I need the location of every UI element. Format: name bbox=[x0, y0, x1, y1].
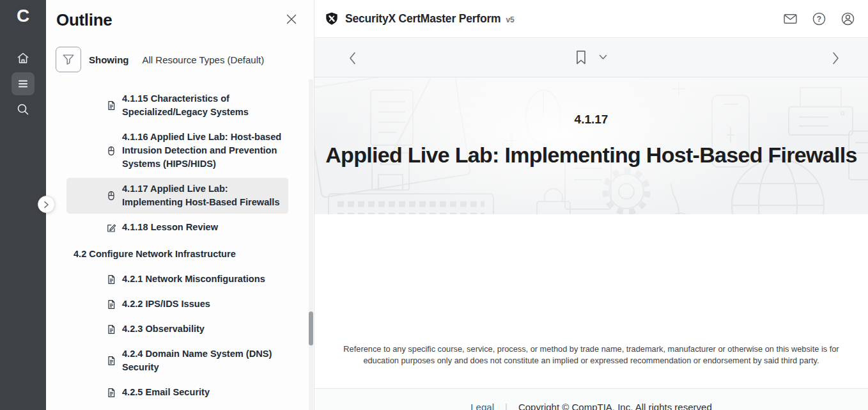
panel-title: Outline bbox=[56, 10, 112, 30]
outline-item[interactable]: 4.2.5 Email Security bbox=[66, 381, 288, 404]
outline-item-current[interactable]: 4.1.17 Applied Live Lab: Implementing Ho… bbox=[66, 178, 288, 214]
copyright-text: Copyright © CompTIA, Inc. All rights res… bbox=[518, 402, 712, 410]
search-icon bbox=[15, 102, 31, 117]
app-header: SecurityX CertMaster Perform v5 ? bbox=[314, 0, 868, 38]
sidebar-scrollbar[interactable] bbox=[309, 79, 313, 410]
outline-item-label: 4.2.2 IPS/IDS Issues bbox=[122, 297, 210, 311]
sidebar-collapse-button[interactable] bbox=[38, 196, 55, 213]
chevron-right-icon bbox=[832, 51, 840, 65]
help-button[interactable]: ? bbox=[810, 10, 827, 27]
lesson-number: 4.1.17 bbox=[314, 113, 868, 127]
outline-item[interactable]: 4.2.6 Cryptography Issues bbox=[66, 406, 288, 410]
filter-button[interactable] bbox=[56, 47, 81, 72]
svg-text:?: ? bbox=[816, 14, 821, 23]
lesson-nav-bar bbox=[314, 38, 868, 77]
mail-icon bbox=[782, 11, 798, 27]
app-root: C bbox=[0, 0, 868, 410]
outline-item[interactable]: 4.1.15 Characteristics of Specialized/Le… bbox=[66, 88, 288, 123]
header-actions: ? bbox=[782, 10, 856, 27]
footer-divider: | bbox=[505, 402, 508, 410]
comptia-logo: C bbox=[0, 6, 46, 26]
outline-item-label: 4.1.17 Applied Live Lab: Implementing Ho… bbox=[122, 182, 283, 209]
app-version-badge: v5 bbox=[506, 15, 514, 24]
app-title: SecurityX CertMaster Perform bbox=[345, 12, 500, 26]
rail-nav bbox=[12, 47, 35, 121]
document-icon bbox=[106, 388, 116, 398]
outline-header: Outline bbox=[46, 0, 314, 30]
outline-item-label: 4.1.16 Applied Live Lab: Host-based Intr… bbox=[122, 130, 283, 171]
mouse-icon bbox=[106, 146, 116, 156]
document-icon bbox=[106, 299, 116, 310]
bookmark-controls bbox=[575, 50, 607, 65]
outline-item[interactable]: 4.2.2 IPS/IDS Issues bbox=[66, 293, 288, 315]
filter-value: All Resource Types (Default) bbox=[143, 54, 265, 65]
messages-button[interactable] bbox=[782, 10, 798, 27]
footer-content: Legal | Copyright © CompTIA, Inc. All ri… bbox=[314, 389, 868, 410]
filter-row: Showing All Resource Types (Default) bbox=[56, 47, 314, 72]
outline-item-label: 4.2.1 Network Misconfigurations bbox=[122, 272, 265, 286]
account-button[interactable] bbox=[839, 10, 856, 27]
rail-home-button[interactable] bbox=[12, 47, 35, 70]
bookmark-icon bbox=[575, 50, 587, 65]
rail-outline-button[interactable] bbox=[12, 72, 35, 95]
menu-icon bbox=[15, 76, 31, 91]
chevron-left-icon bbox=[348, 51, 357, 65]
document-icon bbox=[106, 324, 116, 335]
chevron-down-icon bbox=[599, 54, 607, 60]
outline-item-label: 4.1.15 Characteristics of Specialized/Le… bbox=[122, 92, 283, 119]
outline-item[interactable]: 4.2.4 Domain Name System (DNS) Security bbox=[66, 343, 288, 379]
bookmark-menu-button[interactable] bbox=[599, 54, 607, 60]
account-icon bbox=[840, 11, 856, 27]
edit-icon bbox=[106, 223, 116, 233]
lesson-content: Reference to any specific course, servic… bbox=[314, 214, 868, 388]
legal-link[interactable]: Legal bbox=[470, 402, 494, 410]
previous-lesson-button[interactable] bbox=[346, 49, 359, 68]
document-icon bbox=[106, 274, 116, 285]
mouse-icon bbox=[106, 191, 116, 201]
close-icon bbox=[286, 13, 297, 25]
outline-item-label: 4.1.18 Lesson Review bbox=[122, 221, 218, 234]
next-lesson-button[interactable] bbox=[829, 49, 842, 68]
main-area: SecurityX CertMaster Perform v5 ? bbox=[314, 0, 868, 410]
help-icon: ? bbox=[811, 11, 827, 27]
outline-section-label: 4.2 Configure Network Infrastructure bbox=[74, 249, 236, 259]
document-icon bbox=[106, 356, 116, 366]
lesson-title: Applied Live Lab: Implementing Host-Base… bbox=[314, 143, 868, 168]
filter-funnel-icon bbox=[61, 52, 75, 67]
rail-search-button[interactable] bbox=[12, 98, 35, 121]
sidebar-scrollbar-thumb[interactable] bbox=[309, 311, 313, 345]
bookmark-button[interactable] bbox=[575, 50, 587, 65]
disclaimer-text: Reference to any specific course, servic… bbox=[341, 343, 841, 367]
outline-item[interactable]: 4.1.18 Lesson Review bbox=[66, 216, 288, 239]
filter-showing-label: Showing bbox=[89, 54, 129, 65]
outline-item-label: 4.2.4 Domain Name System (DNS) Security bbox=[122, 347, 283, 374]
outline-section-header[interactable]: 4.2 Configure Network Infrastructure bbox=[66, 241, 288, 267]
outline-item[interactable]: 4.2.3 Observability bbox=[66, 318, 288, 340]
outline-list: 4.1.15 Characteristics of Specialized/Le… bbox=[46, 88, 314, 410]
page-footer: Legal | Copyright © CompTIA, Inc. All ri… bbox=[314, 388, 868, 410]
close-panel-button[interactable] bbox=[286, 13, 297, 25]
home-icon bbox=[15, 51, 31, 66]
chevron-right-icon bbox=[43, 201, 50, 209]
outline-item-label: 4.2.3 Observability bbox=[122, 322, 205, 336]
document-icon bbox=[106, 100, 116, 111]
outline-item-label: 4.2.5 Email Security bbox=[122, 386, 210, 399]
outline-item[interactable]: 4.1.16 Applied Live Lab: Host-based Intr… bbox=[66, 126, 288, 175]
lesson-banner: 4.1.17 Applied Live Lab: Implementing Ho… bbox=[314, 77, 868, 214]
shield-x-logo bbox=[325, 11, 339, 26]
outline-panel: Outline Showing All Resource Types (Defa… bbox=[46, 0, 314, 410]
outline-item[interactable]: 4.2.1 Network Misconfigurations bbox=[66, 268, 288, 290]
